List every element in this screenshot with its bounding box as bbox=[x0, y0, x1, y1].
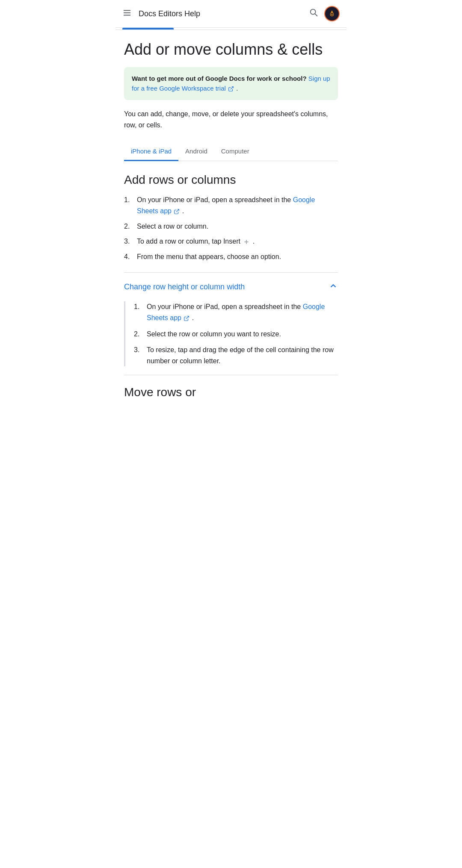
svg-rect-0 bbox=[124, 10, 131, 11]
add-steps-list: 1. On your iPhone or iPad, open a spread… bbox=[124, 194, 338, 262]
chevron-up-icon bbox=[329, 281, 338, 293]
step-text: On your iPhone or iPad, open a spreadshe… bbox=[147, 301, 338, 323]
list-item: 2. Select a row or column. bbox=[124, 221, 338, 232]
list-item: 3. To resize, tap and drag the edge of t… bbox=[134, 344, 338, 366]
list-item: 1. On your iPhone or iPad, open a spread… bbox=[124, 194, 338, 216]
list-item: 1. On your iPhone or iPad, open a spread… bbox=[134, 301, 338, 323]
svg-rect-1 bbox=[124, 12, 131, 13]
tab-iphone-ipad[interactable]: iPhone & iPad bbox=[124, 142, 178, 161]
info-box-bold: Want to get more out of Google Docs for … bbox=[132, 75, 307, 82]
step-number: 3. bbox=[134, 344, 144, 366]
info-box-period: . bbox=[236, 85, 238, 92]
step-text: On your iPhone or iPad, open a spreadshe… bbox=[137, 194, 338, 216]
menu-icon[interactable] bbox=[122, 8, 132, 19]
accordion-header[interactable]: Change row height or column width bbox=[124, 273, 338, 301]
step-text: To resize, tap and drag the edge of the … bbox=[147, 344, 338, 366]
accordion-change-height: Change row height or column width 1. On … bbox=[124, 273, 338, 366]
step-text: To add a row or column, tap Insert . bbox=[137, 236, 255, 247]
search-icon[interactable] bbox=[309, 8, 318, 20]
user-avatar[interactable] bbox=[324, 6, 340, 21]
svg-line-9 bbox=[176, 209, 179, 212]
list-item: 4. From the menu that appears, choose an… bbox=[124, 251, 338, 262]
header-title: Docs Editors Help bbox=[139, 9, 309, 18]
step-text: Select the row or column you want to res… bbox=[147, 329, 281, 340]
svg-point-7 bbox=[331, 14, 332, 15]
step-text: From the menu that appears, choose an op… bbox=[137, 251, 281, 262]
step-text: Select a row or column. bbox=[137, 221, 208, 232]
step-number: 3. bbox=[124, 236, 134, 247]
step-number: 1. bbox=[124, 194, 134, 216]
info-box: Want to get more out of Google Docs for … bbox=[124, 67, 338, 100]
step-number: 1. bbox=[134, 301, 144, 323]
move-section-title: Move rows or bbox=[124, 385, 338, 399]
add-section-title: Add rows or columns bbox=[124, 173, 338, 187]
list-item: 2. Select the row or column you want to … bbox=[134, 329, 338, 340]
tab-android[interactable]: Android bbox=[178, 142, 214, 161]
header: Docs Editors Help bbox=[116, 0, 346, 28]
list-item: 3. To add a row or column, tap Insert . bbox=[124, 236, 338, 247]
device-tabs: iPhone & iPad Android Computer bbox=[124, 142, 338, 161]
page-title: Add or move columns & cells bbox=[124, 40, 338, 59]
accordion-content: 1. On your iPhone or iPad, open a spread… bbox=[124, 301, 338, 366]
step-number: 2. bbox=[124, 221, 134, 232]
svg-line-12 bbox=[186, 316, 189, 318]
bottom-divider bbox=[124, 375, 338, 375]
intro-text: You can add, change, move, or delete you… bbox=[124, 109, 338, 130]
tab-computer[interactable]: Computer bbox=[214, 142, 256, 161]
insert-plus-icon bbox=[243, 238, 250, 245]
svg-line-8 bbox=[231, 86, 233, 89]
step-number: 4. bbox=[124, 251, 134, 262]
svg-line-4 bbox=[315, 14, 317, 16]
svg-rect-2 bbox=[124, 15, 131, 16]
accordion-steps-list: 1. On your iPhone or iPad, open a spread… bbox=[134, 301, 338, 366]
info-box-text: Want to get more out of Google Docs for … bbox=[132, 74, 330, 93]
accordion-title: Change row height or column width bbox=[124, 282, 245, 291]
step-number: 2. bbox=[134, 329, 144, 340]
main-content: Add or move columns & cells Want to get … bbox=[116, 30, 346, 416]
